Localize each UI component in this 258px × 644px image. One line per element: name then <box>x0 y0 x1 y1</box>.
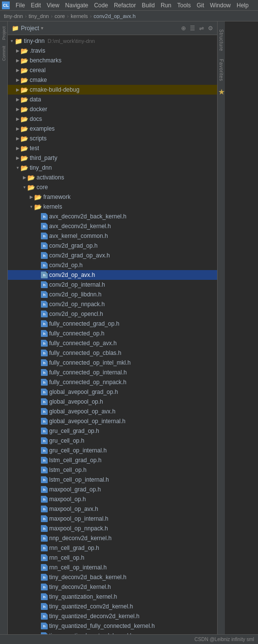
list-item[interactable]: h fully_connected_op_cblas.h <box>8 348 217 358</box>
list-item[interactable]: h nnp_deconv2d_kernel.h <box>8 533 217 543</box>
list-item[interactable]: h tiny_quantized_fully_connected_kernel.… <box>8 621 217 631</box>
list-item[interactable]: ▶ 📂 docs <box>8 114 217 124</box>
list-item[interactable]: h fully_connected_op_avx.h <box>8 338 217 348</box>
project-icon-split[interactable]: ⇌ <box>199 25 204 32</box>
right-tab-favorites[interactable]: Favorites <box>219 59 224 81</box>
list-item[interactable]: h tiny_deconv2d_back_kernel.h <box>8 572 217 582</box>
list-item[interactable]: ▶ 📂 third_party <box>8 153 217 163</box>
list-item[interactable]: h tiny_quantized_deconv2d_kernel.h <box>8 611 217 621</box>
list-item[interactable]: h lstm_cell_grad_op.h <box>8 455 217 465</box>
item-label: fully_connected_op_cblas.h <box>49 350 121 356</box>
h-file-icon: h <box>41 233 48 239</box>
item-label: cmake <box>30 77 47 83</box>
list-item[interactable]: h avx_deconv2d_back_kernel.h <box>8 212 217 221</box>
list-item[interactable]: h conv2d_op_avx.h <box>8 270 217 280</box>
menu-view[interactable]: View <box>44 0 62 11</box>
list-item[interactable]: h global_avepool_op.h <box>8 397 217 407</box>
list-item[interactable]: h global_avepool_grad_op.h <box>8 387 217 397</box>
list-item[interactable]: ▾ 📂 core <box>8 182 217 192</box>
list-item[interactable]: h global_avepool_op_internal.h <box>8 416 217 426</box>
breadcrumb-tiny-dnn[interactable]: tiny_dnn <box>29 13 49 19</box>
list-item[interactable]: h conv2d_op_nnpack.h <box>8 299 217 309</box>
list-item[interactable]: h conv2d_grad_op_avx.h <box>8 251 217 260</box>
list-item[interactable]: ▶ 📂 examples <box>8 124 217 134</box>
list-item[interactable]: h conv2d_grad_op.h <box>8 241 217 251</box>
breadcrumb-core[interactable]: core <box>55 13 65 19</box>
item-label: kernels <box>43 203 62 210</box>
list-item[interactable]: h tiny_quantized_conv2d_kernel.h <box>8 602 217 611</box>
item-label: conv2d_op_internal.h <box>49 281 105 288</box>
h-file-icon: h <box>41 574 48 581</box>
tree-root[interactable]: ▾ 📁 tiny-dnn D:\ml_work\tiny-dnn <box>8 36 217 46</box>
list-item[interactable]: h fully_connected_grad_op.h <box>8 319 217 329</box>
project-icon-gear[interactable]: ⚙ <box>208 25 213 32</box>
list-item[interactable]: ▾ 📂 kernels <box>8 202 217 212</box>
breadcrumb-kernels[interactable]: kernels <box>71 13 88 19</box>
list-item[interactable]: h conv2d_op.h <box>8 260 217 270</box>
list-item[interactable]: h fully_connected_op_intel_mkl.h <box>8 358 217 368</box>
list-item[interactable]: h global_avepool_op_avx.h <box>8 407 217 416</box>
list-item[interactable]: ▶ 📂 .travis <box>8 46 217 56</box>
item-label: lstm_cell_op_internal.h <box>49 476 109 483</box>
project-dropdown-arrow[interactable]: ▾ <box>41 25 43 31</box>
list-item[interactable]: h maxpool_grad_op.h <box>8 485 217 494</box>
sidebar-tab-commit[interactable]: Commit <box>1 46 6 61</box>
expand-arrow: ▶ <box>15 136 20 141</box>
list-item[interactable]: ▶ 📂 activations <box>8 173 217 182</box>
menu-build[interactable]: Build <box>139 0 158 11</box>
list-item[interactable]: h maxpool_op_internal.h <box>8 514 217 524</box>
sidebar-tab-project[interactable]: Project <box>1 26 6 40</box>
list-item[interactable]: ▶ 📂 scripts <box>8 134 217 143</box>
menu-git[interactable]: Git <box>194 0 207 11</box>
list-item[interactable]: h conv2d_op_opencl.h <box>8 309 217 319</box>
breadcrumb-file[interactable]: conv2d_op_avx.h <box>93 13 135 19</box>
menu-help[interactable]: Help <box>234 0 252 11</box>
item-label: lstm_cell_grad_op.h <box>49 457 101 464</box>
list-item[interactable]: h maxpool_op.h <box>8 494 217 504</box>
list-item[interactable]: ▶ 📂 cereal <box>8 65 217 75</box>
h-file-icon: h <box>41 584 48 590</box>
list-item[interactable]: ▶ 📂 data <box>8 95 217 104</box>
project-icon-globe[interactable]: ⊕ <box>181 25 186 32</box>
breadcrumb-root[interactable]: tiny-dnn <box>4 13 23 19</box>
list-item[interactable]: h rnn_cell_op.h <box>8 553 217 563</box>
project-icon-list[interactable]: ☰ <box>190 25 195 32</box>
menu-edit[interactable]: Edit <box>28 0 44 11</box>
list-item[interactable]: ▶ 📂 cmake-build-debug <box>8 85 217 95</box>
list-item[interactable]: ▶ 📂 benchmarks <box>8 56 217 65</box>
list-item[interactable]: h maxpool_op_nnpack.h <box>8 524 217 533</box>
list-item[interactable]: h gru_cell_grad_op.h <box>8 426 217 436</box>
item-label: conv2d_op.h <box>49 262 83 269</box>
list-item[interactable]: h avx_kernel_common.h <box>8 231 217 241</box>
list-item[interactable]: ▶ 📂 docker <box>8 104 217 114</box>
list-item[interactable]: h fully_connected_op.h <box>8 329 217 338</box>
list-item[interactable]: h conv2d_op_internal.h <box>8 280 217 290</box>
file-tree-panel[interactable]: 📁 Project ▾ ⊕ ☰ ⇌ ⚙ ▾ 📁 tiny-dnn D:\ml_w… <box>8 21 217 644</box>
list-item[interactable]: ▶ 📂 framework <box>8 192 217 202</box>
list-item[interactable]: ▶ 📂 cmake <box>8 75 217 85</box>
menu-refactor[interactable]: Refactor <box>111 0 139 11</box>
list-item[interactable]: h fully_connected_op_nnpack.h <box>8 377 217 387</box>
menu-file[interactable]: File <box>13 0 28 11</box>
list-item[interactable]: h maxpool_op_avx.h <box>8 504 217 514</box>
right-tab-structure[interactable]: Structure <box>219 29 224 51</box>
list-item[interactable]: ▾ 📂 tiny_dnn <box>8 163 217 173</box>
list-item[interactable]: h conv2d_op_libdnn.h <box>8 290 217 299</box>
list-item[interactable]: h rnn_cell_op_internal.h <box>8 563 217 572</box>
list-item[interactable]: h lstm_cell_op.h <box>8 465 217 475</box>
menu-tools[interactable]: Tools <box>174 0 194 11</box>
list-item[interactable]: h avx_deconv2d_kernel.h <box>8 221 217 231</box>
list-item[interactable]: h gru_cell_op.h <box>8 436 217 446</box>
list-item[interactable]: h lstm_cell_op_internal.h <box>8 475 217 485</box>
menu-code[interactable]: Code <box>91 0 111 11</box>
menu-navigate[interactable]: Navigate <box>62 0 91 11</box>
list-item[interactable]: h tiny_quantization_kernel.h <box>8 592 217 602</box>
menu-run[interactable]: Run <box>158 0 174 11</box>
item-label: conv2d_op_nnpack.h <box>49 301 105 308</box>
list-item[interactable]: h rnn_cell_grad_op.h <box>8 543 217 553</box>
list-item[interactable]: ▶ 📂 test <box>8 143 217 153</box>
list-item[interactable]: h tiny_deconv2d_kernel.h <box>8 582 217 592</box>
list-item[interactable]: h gru_cell_op_internal.h <box>8 446 217 455</box>
list-item[interactable]: h fully_connected_op_internal.h <box>8 368 217 377</box>
menu-window[interactable]: Window <box>207 0 234 11</box>
